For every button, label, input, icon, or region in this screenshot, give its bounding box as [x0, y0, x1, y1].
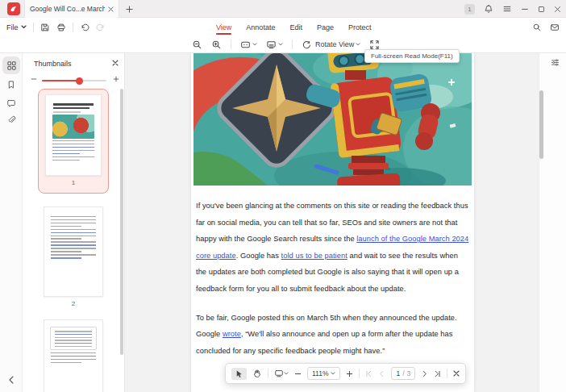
total-pages: 3 — [407, 369, 411, 377]
chevron-right-icon — [421, 370, 428, 377]
zoom-out-button[interactable] — [192, 40, 202, 50]
thumbnail-2-preview — [44, 206, 103, 297]
page-display-dropdown[interactable] — [240, 40, 257, 50]
hand-tool-button[interactable] — [252, 369, 262, 378]
print-button[interactable] — [56, 23, 66, 32]
minus-icon — [294, 370, 302, 377]
first-page-button[interactable] — [365, 370, 372, 377]
zoom-out-button[interactable] — [294, 370, 302, 377]
cursor-arrow-icon — [235, 369, 243, 378]
close-toolbar-button[interactable] — [453, 370, 460, 377]
divider — [268, 369, 268, 378]
slider-plus-icon[interactable] — [113, 76, 119, 82]
mail-icon[interactable] — [550, 23, 560, 32]
bookmark-icon — [6, 80, 16, 90]
properties-panel-button[interactable] — [551, 58, 560, 67]
menubar: File View Annotate Edit Page Protect — [0, 19, 566, 35]
zoom-in-button[interactable] — [211, 40, 222, 50]
comments-panel-button[interactable] — [2, 94, 20, 112]
thumbnail-robot-image — [52, 115, 94, 139]
pdf-page[interactable]: If you've been glancing at the comments … — [191, 53, 474, 392]
divider — [33, 23, 34, 32]
tab-edit[interactable]: Edit — [289, 23, 302, 31]
page-navigation-toolbar: 111% 1 / 3 — [225, 363, 466, 384]
thumbnail-page-3[interactable]: 3 — [44, 319, 103, 392]
page-number-2: 2 — [44, 300, 103, 307]
last-page-button[interactable] — [434, 370, 441, 377]
main-menu-icon[interactable] — [502, 4, 512, 14]
robot-illustration — [194, 53, 472, 186]
link-told-us-to-be-patient[interactable]: told us to be patient — [281, 252, 348, 260]
hand-icon — [252, 369, 262, 378]
chevron-down-icon — [356, 43, 360, 46]
slider-minus-icon[interactable] — [31, 76, 37, 82]
close-window-button[interactable] — [554, 6, 561, 13]
new-tab-button[interactable] — [123, 2, 135, 15]
close-panel-icon[interactable] — [112, 60, 119, 66]
tab-annotate[interactable]: Annotate — [246, 23, 275, 31]
page-separator: / — [402, 369, 404, 377]
thumbnail-1-preview — [45, 94, 102, 176]
bookmarks-panel-button[interactable] — [2, 76, 20, 94]
view-mode-dropdown[interactable] — [274, 369, 289, 378]
trial-days-badge[interactable]: 1 — [464, 4, 475, 15]
notification-bell-icon[interactable] — [484, 4, 493, 14]
plus-icon — [346, 370, 353, 377]
rotate-view-label: Rotate View — [315, 40, 354, 48]
tab-protect[interactable]: Protect — [348, 23, 372, 31]
save-button[interactable] — [40, 23, 50, 32]
previous-page-button[interactable] — [378, 370, 385, 377]
thumbnail-page-1[interactable]: 1 — [38, 89, 109, 194]
panel-scrollbar[interactable] — [120, 89, 123, 355]
chevron-bar-right-icon — [434, 370, 441, 377]
document-scrollbar[interactable] — [539, 90, 543, 159]
tab-close-icon[interactable] — [108, 6, 114, 12]
read-mode-dropdown[interactable] — [266, 40, 283, 50]
view-toolbar: Rotate View — [0, 35, 566, 53]
presentation-icon — [274, 369, 284, 378]
divider — [292, 40, 293, 49]
fullscreen-read-button[interactable] — [369, 40, 380, 50]
paragraph-1: If you've been glancing at the comments … — [196, 198, 470, 298]
attachments-panel-button[interactable] — [2, 111, 20, 129]
collapse-panel-button[interactable] — [2, 371, 20, 389]
redo-button[interactable] — [96, 23, 106, 32]
main-area: Thumbnails — [0, 53, 566, 392]
tab-view[interactable]: View — [216, 23, 231, 31]
file-menu-button[interactable]: File — [6, 23, 27, 31]
article-text: If you've been glancing at the comments … — [191, 186, 474, 359]
select-tool-button[interactable] — [231, 368, 247, 380]
thumbnail-page-2[interactable]: 2 — [44, 206, 103, 307]
chevron-down-icon — [278, 43, 283, 46]
app-logo-icon — [7, 2, 20, 15]
zoom-in-button[interactable] — [346, 370, 353, 377]
slider-knob[interactable] — [76, 77, 83, 85]
zoom-level-value: 111% — [312, 369, 328, 377]
maximize-button[interactable] — [538, 6, 545, 13]
document-tab[interactable]: Google Will Co...e March Core * — [24, 0, 119, 18]
thumbnails-panel-button[interactable] — [2, 56, 20, 74]
minimize-button[interactable] — [521, 5, 529, 13]
search-icon[interactable] — [532, 23, 542, 32]
page-indicator[interactable]: 1 / 3 — [391, 367, 415, 380]
zoom-level-dropdown[interactable]: 111% — [307, 367, 340, 380]
chevron-left-icon — [378, 370, 385, 377]
close-icon — [453, 370, 460, 377]
chevron-left-icon — [8, 376, 15, 384]
tab-title: Google Will Co...e March Core * — [30, 5, 105, 13]
undo-button[interactable] — [80, 23, 89, 32]
document-area: If you've been glancing at the comments … — [125, 53, 539, 392]
paragraph-2: To be fair, Google posted this on March … — [196, 310, 470, 360]
slider-fill — [42, 80, 79, 81]
tab-page[interactable]: Page — [317, 23, 334, 31]
file-menu-label: File — [6, 23, 19, 31]
slider-track[interactable] — [42, 80, 106, 81]
main-menus: View Annotate Edit Page Protect — [216, 19, 371, 35]
next-page-button[interactable] — [421, 370, 428, 377]
panel-title: Thumbnails — [34, 60, 72, 68]
link-wrote[interactable]: wrote — [223, 330, 241, 338]
thumbnail-size-slider[interactable] — [23, 74, 125, 85]
left-icon-strip — [0, 53, 23, 392]
rotate-view-dropdown[interactable]: Rotate View — [302, 40, 360, 50]
titlebar: Google Will Co...e March Core * 1 — [0, 0, 566, 18]
